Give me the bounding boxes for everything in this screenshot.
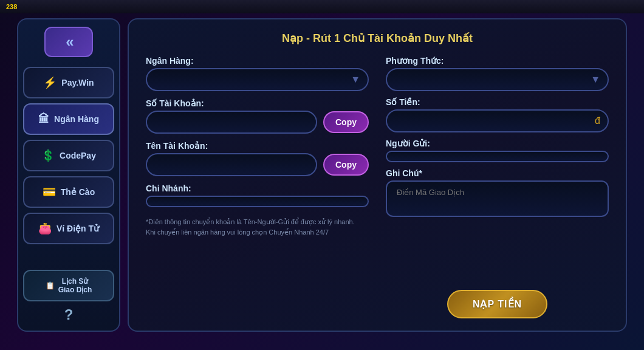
back-button[interactable]: « — [44, 27, 93, 57]
ghi-chu-group: Ghi Chú* — [386, 168, 609, 217]
ngan-hang-label: Ngân Hàng: — [146, 56, 369, 66]
copy-ten-tai-khoan-button[interactable]: Copy — [323, 154, 369, 176]
sidebar-item-vi-dien-tu-label: Ví Điện Tử — [57, 224, 99, 233]
ten-tai-khoan-row: Copy — [146, 153, 369, 176]
chi-nhanh-label: Chi Nhánh: — [146, 184, 369, 193]
codepay-icon: 💲 — [41, 149, 55, 162]
so-tai-khoan-input[interactable] — [146, 111, 317, 134]
copy-so-tai-khoan-button[interactable]: Copy — [323, 111, 369, 133]
history-label: Lịch Sử Giao Dịch — [58, 277, 92, 294]
left-form: Ngân Hàng: ▼ Số Tài Khoản: Copy Tên Tài … — [146, 56, 369, 318]
so-tai-khoan-label: Số Tài Khoản: — [146, 98, 369, 108]
the-cao-icon: 💳 — [43, 185, 56, 199]
ten-tai-khoan-group: Tên Tài Khoản: Copy — [146, 141, 369, 176]
nap-tien-button[interactable]: NẠP TIỀN — [447, 290, 547, 318]
main-panel: Nạp - Rút 1 Chủ Tài Khoản Duy Nhất Ngân … — [128, 18, 627, 332]
phuong-thuc-dropdown-wrapper: ▼ — [386, 68, 609, 91]
history-button[interactable]: 📋 Lịch Sử Giao Dịch — [23, 270, 114, 301]
history-icon: 📋 — [46, 281, 55, 290]
chi-nhanh-input[interactable] — [146, 196, 369, 207]
ngan-hang-select[interactable] — [146, 68, 369, 91]
sidebar-item-pay-win[interactable]: ⚡ Pay.Win — [23, 67, 114, 98]
form-layout: Ngân Hàng: ▼ Số Tài Khoản: Copy Tên Tài … — [146, 56, 609, 318]
right-form: Phương Thức: ▼ Số Tiền: đ Người Gửi: — [386, 56, 609, 318]
so-tai-khoan-row: Copy — [146, 111, 369, 134]
nguoi-gui-group: Người Gửi: — [386, 139, 609, 162]
so-tai-khoan-group: Số Tài Khoản: Copy — [146, 98, 369, 134]
help-button[interactable]: ? — [64, 306, 74, 323]
ten-tai-khoan-label: Tên Tài Khoản: — [146, 141, 369, 151]
coin-display: 238 — [6, 3, 17, 10]
phuong-thuc-label: Phương Thức: — [386, 56, 609, 66]
ngan-hang-group: Ngân Hàng: ▼ — [146, 56, 369, 91]
vi-dien-tu-icon: 👛 — [38, 222, 52, 235]
so-tien-input[interactable] — [386, 109, 609, 132]
sidebar-item-ngan-hang[interactable]: 🏛 Ngân Hàng — [23, 103, 114, 135]
pay-win-icon: ⚡ — [43, 76, 57, 89]
nguoi-gui-input[interactable] — [386, 151, 609, 162]
so-tien-label: Số Tiền: — [386, 97, 609, 107]
back-icon: « — [66, 33, 71, 50]
nguoi-gui-label: Người Gửi: — [386, 139, 609, 148]
sidebar-item-vi-dien-tu[interactable]: 👛 Ví Điện Tử — [23, 213, 114, 244]
chi-nhanh-group: Chi Nhánh: — [146, 184, 369, 207]
page-title: Nạp - Rút 1 Chủ Tài Khoản Duy Nhất — [146, 32, 609, 45]
sidebar-item-pay-win-label: Pay.Win — [61, 78, 94, 88]
ngan-hang-icon: 🏛 — [38, 113, 49, 126]
ten-tai-khoan-input[interactable] — [146, 153, 317, 176]
sidebar-item-ngan-hang-label: Ngân Hàng — [54, 114, 99, 124]
top-bar: 238 — [0, 0, 644, 13]
sidebar-item-the-cao-label: Thẻ Cào — [61, 187, 95, 197]
sidebar: « ⚡ Pay.Win 🏛 Ngân Hàng 💲 CodePay 💳 Thẻ … — [17, 18, 120, 332]
note-text: *Điền thông tin chuyển khoản là Tên-Ngườ… — [146, 217, 369, 237]
ghi-chu-label: Ghi Chú* — [386, 168, 609, 178]
sidebar-item-the-cao[interactable]: 💳 Thẻ Cào — [23, 176, 114, 208]
phuong-thuc-group: Phương Thức: ▼ — [386, 56, 609, 91]
sidebar-item-codepay-label: CodePay — [60, 151, 96, 160]
sidebar-bottom: 📋 Lịch Sử Giao Dịch ? — [23, 270, 114, 323]
so-tien-group: Số Tiền: đ — [386, 97, 609, 132]
phuong-thuc-select[interactable] — [386, 68, 609, 91]
ghi-chu-input[interactable] — [386, 180, 609, 217]
so-tien-wrapper: đ — [386, 109, 609, 132]
ngan-hang-dropdown-wrapper: ▼ — [146, 68, 369, 91]
sidebar-item-codepay[interactable]: 💲 CodePay — [23, 140, 114, 171]
